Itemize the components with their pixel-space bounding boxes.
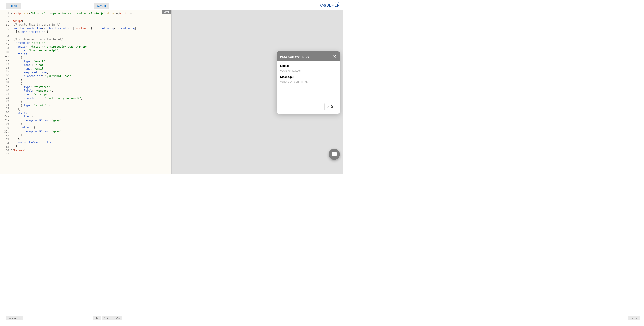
line-number: 37 (0, 152, 9, 156)
line-number: 18 (0, 81, 9, 84)
line-number: 16 (0, 73, 9, 77)
line-number: 28 (0, 118, 9, 122)
main-area: LIVE 12345 67891011121314151617181920212… (0, 11, 343, 174)
chat-icon (332, 152, 337, 157)
line-number: 2 (0, 15, 9, 19)
line-number: 10 (0, 50, 9, 54)
line-number: 25 (0, 107, 9, 110)
line-number: 21 (0, 92, 9, 96)
line-number: 5 (0, 27, 9, 31)
line-number: 7 (0, 38, 9, 43)
line-number: 14 (0, 66, 9, 70)
line-number: 13 (0, 62, 9, 66)
line-number: 19 (0, 84, 9, 89)
line-number: 20 (0, 89, 9, 92)
line-number: 26 (0, 111, 9, 114)
email-field-group: Email: (280, 64, 336, 73)
tab-html[interactable]: HTML (6, 3, 21, 10)
result-pane: How can we help? ✕ Email: Message: 제출 (172, 11, 343, 174)
submit-button[interactable]: 제출 (324, 103, 336, 110)
line-number: 17 (0, 77, 9, 81)
line-number: 30 (0, 126, 9, 130)
line-number: 11 (0, 54, 9, 58)
line-number: 29 (0, 123, 9, 126)
line-number: 36 (0, 149, 9, 152)
source-code[interactable]: <script src="https://formspree.io/js/for… (10, 12, 171, 156)
line-number: 34 (0, 141, 9, 145)
email-label: Email: (280, 64, 336, 68)
tab-result[interactable]: Result (94, 3, 109, 10)
dialog-header: How can we help? ✕ (277, 52, 340, 61)
line-number: 33 (0, 138, 9, 141)
message-field-group: Message: (280, 75, 336, 98)
line-number: 35 (0, 145, 9, 149)
line-number: 3 (0, 19, 9, 23)
line-number: 22 (0, 96, 9, 100)
code-block: 12345 6789101112131415161718192021222324… (0, 11, 171, 156)
top-bar: HTML Result EDIT ON CDEPEN (0, 0, 343, 11)
line-number: 4 (0, 23, 9, 27)
dialog-body: Email: Message: (277, 61, 340, 103)
line-number: 6 (0, 35, 9, 38)
line-number: 23 (0, 100, 9, 103)
email-input[interactable] (280, 68, 336, 73)
line-number: 31 (0, 130, 9, 134)
live-badge: LIVE (162, 11, 171, 14)
line-number: 15 (0, 70, 9, 73)
line-number: 32 (0, 134, 9, 138)
app-root: HTML Result EDIT ON CDEPEN LIVE 12345 67… (0, 0, 343, 174)
chat-fab[interactable] (329, 149, 340, 160)
line-number: 24 (0, 103, 9, 107)
close-icon[interactable]: ✕ (333, 54, 336, 59)
code-editor[interactable]: LIVE 12345 67891011121314151617181920212… (0, 11, 172, 174)
line-gutter: 12345 6789101112131415161718192021222324… (0, 12, 10, 156)
dialog-footer: 제출 (277, 103, 340, 114)
codepen-logo[interactable]: EDIT ON CDEPEN (320, 1, 340, 8)
dialog-title: How can we help? (280, 55, 310, 59)
codepen-brand: CDEPEN (320, 4, 340, 8)
line-number: 27 (0, 114, 9, 118)
line-number: 8 (0, 43, 9, 47)
line-number: 1 (0, 12, 9, 15)
message-input[interactable] (280, 79, 336, 97)
line-number: 9 (0, 47, 9, 50)
form-dialog: How can we help? ✕ Email: Message: 제출 (277, 52, 340, 114)
line-number: 12 (0, 58, 9, 62)
message-label: Message: (280, 75, 336, 79)
